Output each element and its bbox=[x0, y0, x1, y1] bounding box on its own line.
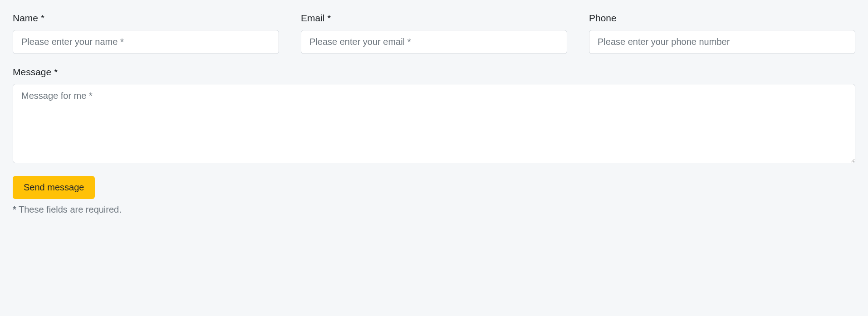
phone-label: Phone bbox=[589, 13, 855, 24]
phone-field-group: Phone bbox=[589, 13, 855, 54]
name-label: Name * bbox=[13, 13, 279, 24]
phone-input[interactable] bbox=[589, 30, 855, 54]
message-field-group: Message * bbox=[13, 67, 855, 163]
required-asterisk: * bbox=[13, 204, 16, 214]
email-label: Email * bbox=[301, 13, 567, 24]
required-fields-note: * These fields are required. bbox=[13, 204, 855, 215]
message-textarea[interactable] bbox=[13, 84, 855, 163]
required-text: These fields are required. bbox=[16, 204, 122, 214]
send-message-button[interactable]: Send message bbox=[13, 176, 95, 199]
email-input[interactable] bbox=[301, 30, 567, 54]
contact-form: Name * Email * Phone Message * Send mess… bbox=[13, 13, 855, 215]
name-input[interactable] bbox=[13, 30, 279, 54]
email-field-group: Email * bbox=[301, 13, 567, 54]
name-field-group: Name * bbox=[13, 13, 279, 54]
message-label: Message * bbox=[13, 67, 855, 78]
top-fields-row: Name * Email * Phone bbox=[13, 13, 855, 54]
